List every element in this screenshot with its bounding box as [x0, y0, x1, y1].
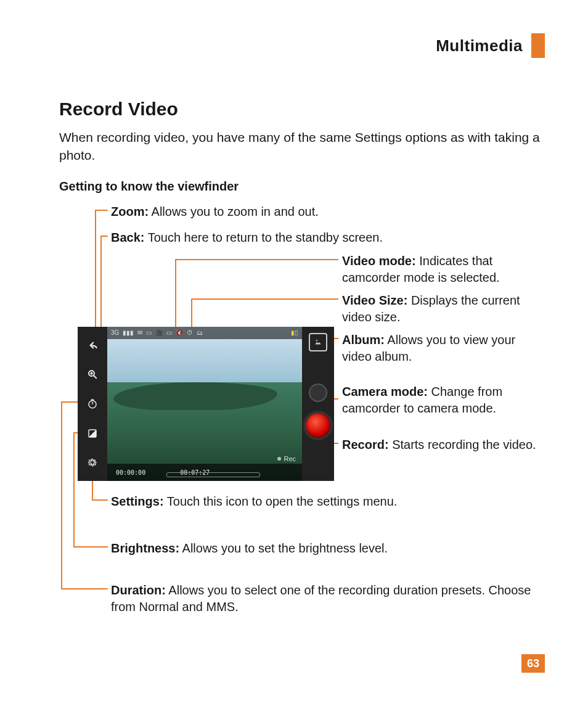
camcorder-icon: 🎥	[155, 330, 163, 336]
album-icon[interactable]	[309, 333, 327, 351]
signal-icon: ▮▮▮	[123, 330, 134, 336]
callout-brightness: Brightness: Allows you to set the bright…	[111, 540, 526, 557]
callout-video-mode: Video mode: Indicates that camcorder mod…	[342, 253, 544, 286]
time-elapsed: 00:00:00	[116, 469, 145, 476]
zoom-icon[interactable]	[86, 367, 99, 381]
network-3g-icon: 3G	[111, 330, 119, 336]
progress-slider[interactable]	[166, 472, 260, 477]
timer-icon: ⏱	[187, 330, 193, 336]
size-icon: ▭	[166, 330, 172, 336]
header-section-label: Multimedia	[436, 36, 531, 55]
viewfinder-time-bar: 00:00:00 00:07:27	[107, 464, 302, 481]
camera-mode-toggle[interactable]	[309, 384, 327, 402]
settings-icon[interactable]	[86, 456, 99, 469]
record-button[interactable]	[303, 411, 333, 440]
page-title: Record Video	[59, 99, 544, 120]
rec-indicator: Rec	[277, 455, 296, 462]
battery-icon: ▭	[146, 330, 152, 336]
callout-zoom: Zoom: Allows you to zoom in and out.	[111, 203, 526, 220]
svg-line-1	[94, 376, 97, 379]
mail-icon: ✉	[137, 330, 142, 336]
back-icon[interactable]	[86, 339, 99, 352]
callout-settings: Settings: Touch this icon to open the se…	[111, 493, 526, 510]
header-section-tab: Multimedia	[436, 33, 545, 58]
brightness-icon[interactable]	[86, 427, 99, 440]
viewfinder-preview	[107, 327, 302, 481]
page-number: 63	[521, 654, 545, 673]
rec-label: Rec	[284, 455, 296, 462]
mute-icon: 🔇	[176, 330, 183, 336]
intro-text: When recording video, you have many of t…	[59, 128, 544, 165]
callout-album: Album: Allows you to view your video alb…	[342, 332, 544, 365]
viewfinder-left-bar	[78, 327, 107, 481]
viewfinder-right-bar	[302, 327, 334, 481]
callout-record: Record: Starts recording the video.	[342, 437, 544, 453]
storage-icon: 🗂	[197, 330, 203, 336]
callout-video-size: Video Size: Displays the current video s…	[342, 292, 544, 326]
callout-back: Back: Touch here to return to the standb…	[111, 229, 526, 246]
svg-point-8	[316, 340, 317, 341]
subheading: Getting to know the viewfinder	[59, 179, 544, 194]
viewfinder: 3G ▮▮▮ ✉ ▭ 🎥 ▭ 🔇 ⏱ 🗂 ▮▯ Rec 00:00:00 00:…	[78, 327, 334, 481]
header-accent-bar	[531, 33, 545, 58]
rec-dot-icon	[277, 457, 281, 461]
duration-icon[interactable]	[86, 397, 99, 411]
battery2-icon: ▮▯	[291, 330, 298, 336]
callout-camera-mode: Camera mode: Change from camcorder to ca…	[342, 384, 544, 417]
status-icons: 3G ▮▮▮ ✉ ▭ 🎥 ▭ 🔇 ⏱ 🗂 ▮▯	[111, 328, 298, 338]
callout-duration: Duration: Allows you to select one of th…	[111, 582, 544, 615]
